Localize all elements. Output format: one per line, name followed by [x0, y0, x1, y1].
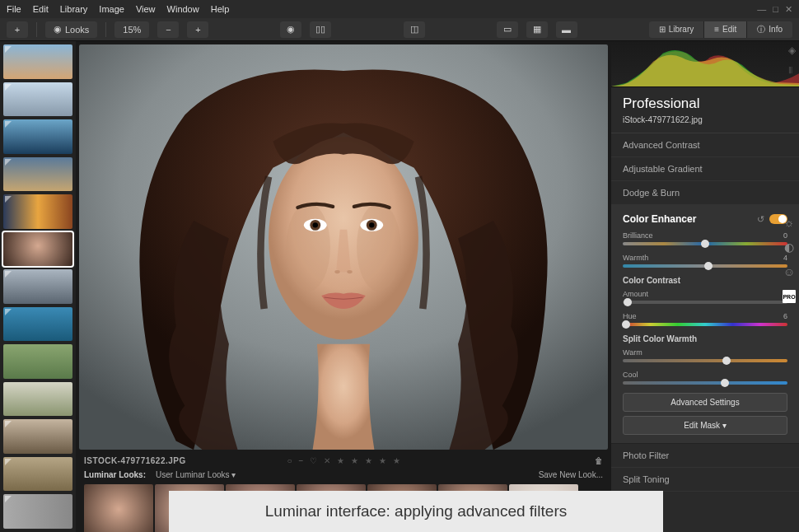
slider-label: Warmth: [623, 254, 648, 262]
tab-library[interactable]: ⊞ Library: [649, 21, 705, 38]
favorite-icon[interactable]: ♡: [310, 456, 317, 465]
menu-file[interactable]: File: [7, 4, 21, 14]
slider-hue[interactable]: Hue 6: [623, 312, 787, 326]
palette-icon[interactable]: ◐: [783, 240, 796, 254]
looks-selector[interactable]: User Luminar Looks ▾: [156, 470, 236, 479]
save-new-look[interactable]: Save New Look...: [539, 470, 603, 479]
tab-info[interactable]: ⓘ Info: [747, 21, 792, 38]
filter-dodge-burn[interactable]: Dodge & Burn: [611, 181, 799, 205]
edit-mask-label: Edit Mask: [684, 421, 720, 430]
current-filename: ISTOCK-479771622.JPG: [84, 456, 186, 465]
edit-mask-button[interactable]: Edit Mask ▾: [623, 416, 787, 435]
thumbnail[interactable]: [3, 494, 72, 529]
menu-help[interactable]: Help: [211, 4, 230, 14]
chevron-down-icon: ▾: [231, 470, 236, 479]
menu-view[interactable]: View: [136, 4, 156, 14]
star-2[interactable]: ★: [351, 456, 358, 465]
slider-warm[interactable]: Warm: [623, 348, 787, 362]
svg-point-11: [347, 270, 352, 273]
thumbnail[interactable]: [3, 194, 72, 229]
tab-library-label: Library: [669, 25, 694, 34]
thumbnail[interactable]: [3, 382, 72, 417]
crop-icon[interactable]: ◫: [404, 21, 425, 38]
sun-icon[interactable]: ☼: [783, 216, 796, 229]
looks-icon: ◉: [54, 24, 62, 35]
subsection-color-contrast: Color Contrast: [623, 276, 787, 285]
minimize-button[interactable]: —: [757, 4, 766, 15]
filter-photo-filter[interactable]: Photo Filter: [611, 444, 799, 468]
mode-tabs: ⊞ Library ≡ Edit ⓘ Info: [649, 21, 792, 38]
divider: [36, 22, 37, 37]
view-compare-icon[interactable]: ▬: [556, 21, 577, 38]
main-area: ISTOCK-479771622.JPG ○ − ♡ ✕ ★ ★ ★ ★ ★ 🗑…: [0, 41, 799, 532]
canvas[interactable]: [79, 44, 608, 450]
color-label-icon[interactable]: ✕: [324, 456, 330, 465]
thumbnail[interactable]: [3, 269, 72, 304]
svg-point-6: [313, 222, 318, 227]
filter-split-toning[interactable]: Split Toning: [611, 468, 799, 492]
trash-icon[interactable]: 🗑: [595, 456, 603, 465]
maximize-button[interactable]: □: [773, 4, 778, 15]
compare-icon[interactable]: ▯▯: [310, 21, 331, 38]
thumbnail[interactable]: [3, 157, 72, 192]
star-5[interactable]: ★: [393, 456, 400, 465]
menu-library[interactable]: Library: [60, 4, 88, 14]
thumbnail[interactable]: [3, 457, 72, 492]
zoom-in-button[interactable]: +: [187, 21, 208, 38]
main-image: [79, 44, 608, 450]
slider-label: Hue: [623, 312, 637, 320]
looks-label: Luminar Looks:: [84, 470, 146, 479]
star-3[interactable]: ★: [365, 456, 372, 465]
slider-label: Warm: [623, 348, 642, 357]
filter-advanced-contrast[interactable]: Advanced Contrast: [611, 133, 799, 157]
smile-icon[interactable]: ☺: [783, 265, 796, 278]
thumbnail[interactable]: [3, 307, 72, 342]
slider-brilliance[interactable]: Brilliance 0: [623, 231, 787, 245]
thumbnail[interactable]: [3, 119, 72, 154]
layers-icon[interactable]: ◈: [788, 44, 796, 56]
star-4[interactable]: ★: [379, 456, 386, 465]
library-icon: ⊞: [659, 25, 666, 34]
slider-amount[interactable]: Amount 2: [623, 290, 787, 304]
filmstrip[interactable]: [0, 41, 76, 532]
tab-edit[interactable]: ≡ Edit: [704, 21, 747, 38]
tab-info-label: Info: [769, 25, 783, 34]
looks-label: Looks: [65, 25, 89, 35]
menu-window[interactable]: Window: [167, 4, 199, 14]
thumbnail[interactable]: [3, 344, 72, 379]
thumbnail-selected[interactable]: [3, 232, 72, 267]
thumbnail[interactable]: [3, 82, 72, 117]
histogram-toggle-icon[interactable]: ⫴: [788, 64, 796, 76]
preview-icon[interactable]: ◉: [280, 21, 301, 38]
infobar: ISTOCK-479771622.JPG ○ − ♡ ✕ ★ ★ ★ ★ ★ 🗑: [76, 453, 611, 468]
thumbnail[interactable]: [3, 44, 72, 79]
menu-edit[interactable]: Edit: [33, 4, 49, 14]
caption-overlay: Luminar interface: applying advanced fil…: [169, 491, 663, 532]
menubar: File Edit Library Image View Window Help…: [0, 0, 799, 18]
view-grid-icon[interactable]: ▦: [526, 21, 548, 38]
close-button[interactable]: ✕: [785, 4, 792, 15]
histogram[interactable]: ◈ ⫴: [611, 41, 799, 87]
toolstrip: ☼ ◐ ☺ PRO: [779, 91, 799, 310]
zoom-out-button[interactable]: −: [157, 21, 179, 38]
looks-selector-text: User Luminar Looks: [156, 470, 229, 479]
star-1[interactable]: ★: [337, 456, 344, 465]
filter-adjustable-gradient[interactable]: Adjustable Gradient: [611, 157, 799, 181]
slider-label: Brilliance: [623, 231, 653, 240]
advanced-settings-button[interactable]: Advanced Settings: [623, 393, 787, 412]
pro-badge[interactable]: PRO: [783, 290, 796, 303]
slider-warmth[interactable]: Warmth 4: [623, 254, 787, 268]
looks-toggle[interactable]: ◉ Looks: [45, 21, 97, 38]
view-single-icon[interactable]: ▭: [497, 21, 518, 38]
look-thumb[interactable]: 01_Best Looks_Portrait: [84, 484, 153, 532]
zoom-level[interactable]: 15%: [114, 21, 149, 38]
add-button[interactable]: +: [7, 21, 28, 38]
menu-image[interactable]: Image: [99, 4, 124, 14]
reject-icon[interactable]: −: [299, 456, 304, 465]
reset-icon[interactable]: ↺: [757, 214, 764, 225]
thumbnail[interactable]: [3, 419, 72, 454]
slider-cool[interactable]: Cool: [623, 371, 787, 385]
right-panel: ◈ ⫴ Professional iStock-479771622.jpg Ad…: [611, 41, 799, 532]
slider-label: Cool: [623, 371, 638, 379]
flag-icon[interactable]: ○: [287, 456, 292, 465]
